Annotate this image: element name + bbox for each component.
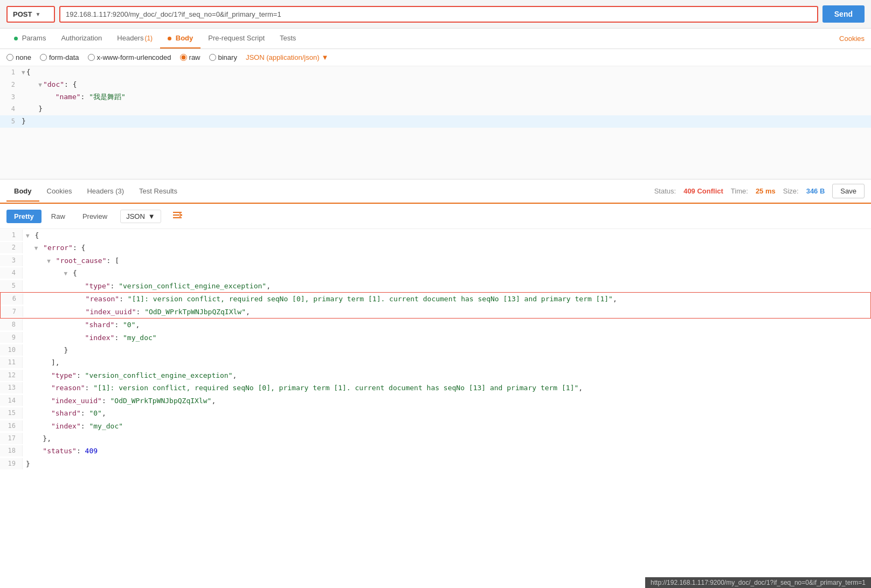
binary-option[interactable]: binary bbox=[209, 53, 237, 61]
tab-tests[interactable]: Tests bbox=[272, 29, 303, 49]
fold-icon[interactable]: ▼ bbox=[38, 81, 42, 88]
resp-line-5: 5 "type": "version_conflict_engine_excep… bbox=[0, 280, 871, 292]
send-button[interactable]: Send bbox=[822, 5, 865, 23]
resp-line-1: 1 ▼ { bbox=[0, 229, 871, 241]
format-tabs: Pretty Raw Preview JSON ▼ bbox=[0, 204, 871, 229]
response-area: Body Cookies Headers (3) Test Results St… bbox=[0, 179, 871, 470]
resp-line-16: 16 "index": "my_doc" bbox=[0, 420, 871, 432]
pretty-tab[interactable]: Pretty bbox=[6, 210, 42, 223]
resp-line-6: 6 "reason": "[1]: version conflict, requ… bbox=[0, 292, 871, 305]
cookies-link[interactable]: Cookies bbox=[839, 29, 865, 48]
chevron-down-icon: ▼ bbox=[148, 212, 155, 220]
chevron-down-icon: ▼ bbox=[35, 11, 40, 17]
tab-pre-request[interactable]: Pre-request Script bbox=[201, 29, 272, 49]
method-label: POST bbox=[13, 10, 32, 18]
raw-option[interactable]: raw bbox=[180, 53, 201, 61]
resp-line-14: 14 "index_uuid": "OdD_WPrkTpWNJbpQZqIXlw… bbox=[0, 395, 871, 407]
response-meta: Status: 409 Conflict Time: 25 ms Size: 3… bbox=[654, 179, 865, 203]
body-dot bbox=[168, 37, 171, 40]
tab-params[interactable]: Params bbox=[6, 29, 53, 49]
url-input[interactable] bbox=[59, 6, 818, 23]
tab-headers[interactable]: Headers(1) bbox=[109, 29, 160, 49]
fold-icon[interactable]: ▼ bbox=[22, 69, 25, 76]
req-line-3: 3 "name": "我是舞蹈" bbox=[0, 91, 871, 103]
req-line-4: 4 } bbox=[0, 103, 871, 115]
wrap-icon[interactable] bbox=[168, 208, 187, 224]
preview-tab[interactable]: Preview bbox=[75, 210, 115, 223]
req-line-5: 5 } bbox=[0, 115, 871, 128]
resp-tab-body[interactable]: Body bbox=[6, 182, 39, 202]
raw-tab[interactable]: Raw bbox=[44, 210, 73, 223]
resp-line-12: 12 "type": "version_conflict_engine_exce… bbox=[0, 369, 871, 382]
save-button[interactable]: Save bbox=[832, 184, 865, 198]
none-option[interactable]: none bbox=[6, 53, 31, 61]
resp-tab-test-results[interactable]: Test Results bbox=[132, 182, 185, 202]
resp-line-9: 9 "index": "my_doc" bbox=[0, 331, 871, 344]
req-line-1: 1 ▼{ bbox=[0, 66, 871, 79]
params-dot bbox=[14, 37, 18, 40]
resp-tab-headers[interactable]: Headers (3) bbox=[79, 182, 132, 202]
form-data-option[interactable]: form-data bbox=[40, 53, 79, 61]
resp-line-19: 19 } bbox=[0, 458, 871, 470]
tab-body[interactable]: Body bbox=[160, 29, 201, 49]
json-format-dropdown[interactable]: JSON ▼ bbox=[120, 210, 161, 223]
fold-icon[interactable]: ▼ bbox=[34, 245, 38, 252]
request-body-editor[interactable]: 1 ▼{ 2 ▼"doc": { 3 "name": "我是舞蹈" 4 } 5 … bbox=[0, 66, 871, 179]
resp-line-10: 10 } bbox=[0, 344, 871, 356]
resp-line-2: 2 ▼ "error": { bbox=[0, 241, 871, 254]
fold-icon[interactable]: ▼ bbox=[64, 270, 67, 277]
resp-line-15: 15 "shard": "0", bbox=[0, 407, 871, 419]
resp-line-17: 17 }, bbox=[0, 432, 871, 445]
chevron-down-icon: ▼ bbox=[321, 53, 328, 61]
resp-line-4: 4 ▼ { bbox=[0, 267, 871, 279]
resp-tab-cookies[interactable]: Cookies bbox=[39, 182, 80, 202]
resp-line-18: 18 "status": 409 bbox=[0, 445, 871, 457]
response-code-editor[interactable]: 1 ▼ { 2 ▼ "error": { 3 ▼ "root_cause": [… bbox=[0, 229, 871, 470]
resp-line-13: 13 "reason": "[1]: version conflict, req… bbox=[0, 382, 871, 394]
request-bar: POST ▼ Send bbox=[0, 0, 871, 29]
fold-icon[interactable]: ▼ bbox=[47, 258, 51, 265]
body-options: none form-data x-www-form-urlencoded raw… bbox=[0, 49, 871, 66]
resp-line-7: 7 "index_uuid": "OdD_WPrkTpWNJbpQZqIXlw"… bbox=[0, 306, 871, 319]
request-tabs: Params Authorization Headers(1) Body Pre… bbox=[0, 29, 871, 49]
urlencoded-option[interactable]: x-www-form-urlencoded bbox=[88, 53, 171, 61]
resp-line-8: 8 "shard": "0", bbox=[0, 319, 871, 331]
method-dropdown[interactable]: POST ▼ bbox=[6, 6, 55, 23]
resp-line-3: 3 ▼ "root_cause": [ bbox=[0, 254, 871, 267]
fold-icon[interactable]: ▼ bbox=[26, 232, 30, 239]
json-type-dropdown[interactable]: JSON (application/json) ▼ bbox=[246, 53, 328, 61]
req-line-2: 2 ▼"doc": { bbox=[0, 79, 871, 91]
response-tabs: Body Cookies Headers (3) Test Results St… bbox=[0, 179, 871, 204]
resp-line-11: 11 ], bbox=[0, 356, 871, 369]
tab-authorization[interactable]: Authorization bbox=[53, 29, 109, 49]
